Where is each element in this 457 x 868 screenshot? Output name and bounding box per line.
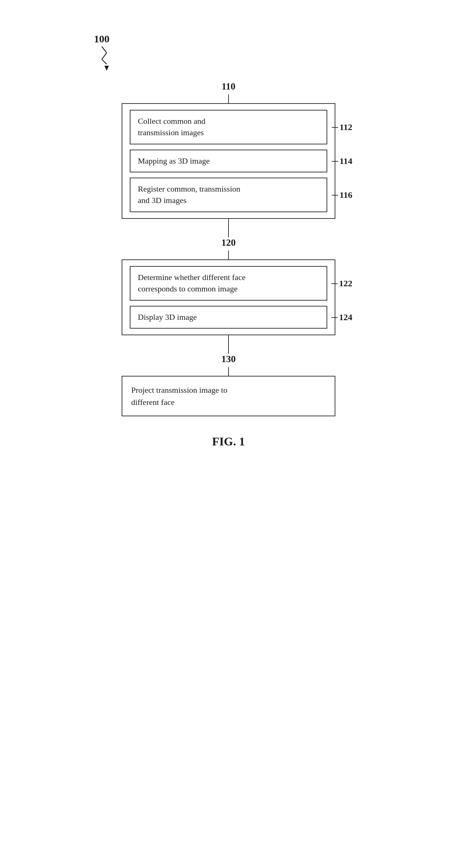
svg-marker-3	[104, 66, 109, 71]
svg-line-0	[102, 46, 107, 53]
group-120-box: Determine whether different face corresp…	[122, 259, 335, 335]
item-116-box: Register common, transmission and 3D ima…	[130, 178, 327, 212]
connector-110-120	[228, 219, 229, 237]
group-120-label: 120	[221, 237, 236, 248]
item-124-label: ─ 124	[331, 312, 352, 322]
item-122-dash: ─	[331, 278, 338, 288]
item-116-label: ─ 116	[332, 190, 352, 200]
item-122-label: ─ 122	[331, 278, 352, 288]
item-112-label: ─ 112	[332, 122, 352, 132]
group-120-container: 120 Determine whether different face cor…	[81, 237, 376, 335]
diagram-container: 100 110 Collect common and transmission …	[81, 15, 376, 448]
block-130-text: Project transmission image to different …	[131, 385, 227, 407]
group-110-box: Collect common and transmission images ─…	[122, 103, 335, 219]
item-112-text: Collect common and transmission images	[138, 116, 205, 139]
item-112-box: Collect common and transmission images ─…	[130, 110, 327, 144]
connector-120-130	[228, 335, 229, 354]
item-112-dash: ─	[332, 122, 338, 132]
svg-line-2	[102, 59, 107, 64]
svg-line-1	[102, 53, 107, 60]
block-130-label: 130	[221, 354, 236, 365]
group-110-label: 110	[221, 81, 236, 92]
block-130-box: Project transmission image to different …	[122, 376, 335, 416]
item-124-dash: ─	[331, 312, 338, 322]
item-114-box: Mapping as 3D image ─ 114	[130, 150, 327, 173]
fig-label: FIG. 1	[212, 435, 245, 448]
connector-120-top	[228, 251, 229, 259]
item-122-box: Determine whether different face corresp…	[130, 266, 327, 301]
block-130-container: 130 Project transmission image to differ…	[81, 354, 376, 416]
item-114-label: ─ 114	[332, 156, 352, 166]
connector-130-top	[228, 367, 229, 376]
item-124-box: Display 3D image ─ 124	[130, 306, 327, 329]
item-122-text: Determine whether different face corresp…	[138, 272, 245, 295]
item-116-dash: ─	[332, 190, 338, 200]
item-114-text: Mapping as 3D image	[138, 155, 210, 167]
connector-110-top	[228, 94, 229, 103]
zigzag-arrow-icon	[94, 46, 116, 72]
ref-100-container: 100	[94, 33, 116, 74]
ref-100-label: 100	[94, 33, 116, 45]
group-110-container: 110 Collect common and transmission imag…	[81, 81, 376, 219]
item-114-dash: ─	[332, 156, 338, 166]
item-116-text: Register common, transmission and 3D ima…	[138, 183, 240, 206]
item-124-text: Display 3D image	[138, 312, 197, 323]
